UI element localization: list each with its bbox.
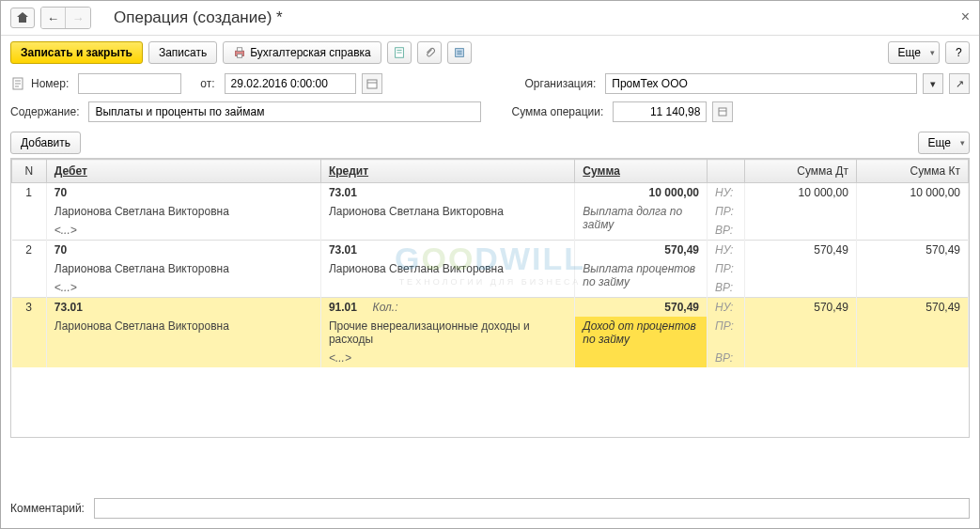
sum-note: Выплата процентов по займу — [575, 259, 708, 298]
credit-ext: <...> — [320, 349, 574, 367]
table-row-selected[interactable]: 3 73.01 91.01 Кол.: 570,49 НУ: 570,49 57… — [12, 298, 969, 318]
credit-account: 73.01 — [329, 186, 357, 199]
vr-tag: ВР: — [708, 278, 745, 298]
svg-rect-2 — [238, 54, 242, 58]
comment-label: Комментарий: — [10, 502, 88, 515]
row-n: 3 — [12, 298, 47, 368]
table-more-button[interactable]: Еще — [918, 132, 970, 154]
credit-ext — [320, 221, 574, 241]
report-button[interactable] — [387, 41, 412, 64]
form-row-content: Содержание: Сумма операции: — [1, 98, 979, 126]
nu-tag: НУ: — [708, 241, 745, 260]
vr-tag: ВР: — [708, 349, 745, 367]
table-row[interactable]: 2 70 73.01 570,49 НУ: 570,49 570,49 — [12, 241, 969, 260]
window-title: Операция (создание) * — [114, 8, 283, 27]
credit-subconto: Прочие внереализационные доходы и расход… — [320, 317, 574, 349]
number-label: Номер: — [31, 77, 72, 90]
entries-table-wrap: N Дебет Кредит Сумма Сумма Дт Сумма Кт 1… — [10, 158, 970, 438]
debit-subconto: Ларионова Светлана Викторовна — [46, 202, 320, 221]
sum-note-selected[interactable]: Доход от процентов по займу — [575, 317, 708, 367]
debit-ext: <...> — [46, 278, 320, 298]
vr-tag: ВР: — [708, 221, 745, 241]
org-label: Организация: — [525, 77, 600, 90]
sum-dt: 10 000,00 — [744, 183, 856, 203]
sum-kt: 570,49 — [856, 298, 968, 318]
list-button[interactable] — [447, 41, 472, 64]
accounting-ref-label: Бухгалтерская справка — [250, 46, 371, 59]
table-toolbar: Добавить Еще — [1, 126, 979, 158]
document-icon — [393, 46, 406, 59]
form-row-number: Номер: от: Организация: ▾ ↗ — [1, 70, 979, 98]
col-debit[interactable]: Дебет — [46, 160, 320, 183]
date-label: от: — [200, 77, 218, 90]
date-picker-button[interactable] — [362, 73, 382, 94]
svg-rect-1 — [238, 48, 242, 52]
sum-calc-button[interactable] — [712, 101, 733, 122]
entries-table: N Дебет Кредит Сумма Сумма Дт Сумма Кт 1… — [11, 159, 969, 367]
credit-subconto: Ларионова Светлана Викторовна — [320, 202, 574, 221]
paperclip-icon — [423, 46, 436, 59]
table-row[interactable]: <...> ВР: — [12, 221, 969, 241]
org-open-button[interactable]: ↗ — [949, 73, 970, 94]
pr-tag: ПР: — [708, 317, 745, 349]
row-sum: 570,49 — [664, 301, 699, 314]
svg-rect-11 — [367, 80, 377, 88]
sum-label: Сумма операции: — [511, 105, 607, 118]
debit-ext — [46, 349, 320, 367]
sum-dt: 570,49 — [744, 298, 856, 318]
row-n: 2 — [12, 241, 47, 298]
back-button[interactable]: ← — [41, 8, 66, 28]
help-button[interactable]: ? — [945, 41, 970, 64]
comment-input[interactable] — [94, 498, 970, 519]
sum-input[interactable] — [613, 101, 707, 122]
pr-tag: ПР: — [708, 259, 745, 278]
date-input[interactable] — [225, 73, 356, 94]
debit-account: 70 — [54, 186, 67, 199]
accounting-ref-button[interactable]: Бухгалтерская справка — [223, 41, 381, 64]
table-row[interactable]: Ларионова Светлана Викторовна Ларионова … — [12, 259, 969, 278]
sum-kt: 10 000,00 — [856, 183, 968, 203]
col-sum-dt[interactable]: Сумма Дт — [744, 160, 856, 183]
main-toolbar: Записать и закрыть Записать Бухгалтерска… — [1, 36, 979, 70]
table-row-selected[interactable]: <...> ВР: — [12, 349, 969, 367]
table-row-selected[interactable]: Ларионова Светлана Викторовна Прочие вне… — [12, 317, 969, 349]
org-input[interactable] — [605, 73, 917, 94]
attach-button[interactable] — [417, 41, 442, 64]
forward-button: → — [66, 8, 90, 28]
calendar-icon — [366, 78, 378, 89]
credit-account: 91.01 — [329, 301, 357, 314]
number-input[interactable] — [78, 73, 181, 94]
col-n[interactable]: N — [12, 160, 47, 183]
save-close-button[interactable]: Записать и закрыть — [10, 41, 143, 64]
home-button[interactable] — [10, 8, 35, 28]
more-button[interactable]: Еще — [888, 41, 940, 64]
save-button[interactable]: Записать — [148, 41, 217, 64]
col-tag — [708, 160, 745, 183]
pr-tag: ПР: — [708, 202, 745, 221]
debit-ext: <...> — [46, 221, 320, 241]
col-credit[interactable]: Кредит — [320, 160, 574, 183]
org-dropdown-button[interactable]: ▾ — [923, 73, 943, 94]
nu-tag: НУ: — [708, 183, 745, 203]
debit-subconto: Ларионова Светлана Викторовна — [46, 317, 320, 349]
credit-subconto: Ларионова Светлана Викторовна — [320, 259, 574, 278]
row-n: 1 — [12, 183, 47, 241]
credit-ext — [320, 278, 574, 298]
sum-kt: 570,49 — [856, 241, 968, 260]
table-header-row: N Дебет Кредит Сумма Сумма Дт Сумма Кт — [12, 160, 969, 183]
table-row[interactable]: <...> ВР: — [12, 278, 969, 298]
debit-account: 70 — [54, 243, 67, 257]
close-button[interactable]: × — [961, 8, 970, 25]
col-sum[interactable]: Сумма — [575, 160, 708, 183]
add-row-button[interactable]: Добавить — [10, 132, 81, 154]
content-input[interactable] — [88, 101, 481, 122]
content-label: Содержание: — [10, 105, 83, 118]
calculator-icon — [718, 107, 727, 117]
titlebar: ← → Операция (создание) * × — [1, 1, 979, 36]
col-sum-kt[interactable]: Сумма Кт — [856, 160, 968, 183]
table-row[interactable]: 1 70 73.01 10 000,00 НУ: 10 000,00 10 00… — [12, 183, 969, 203]
sum-dt: 570,49 — [744, 241, 856, 260]
table-row[interactable]: Ларионова Светлана Викторовна Ларионова … — [12, 202, 969, 221]
list-icon — [453, 46, 466, 59]
debit-subconto: Ларионова Светлана Викторовна — [46, 259, 320, 278]
